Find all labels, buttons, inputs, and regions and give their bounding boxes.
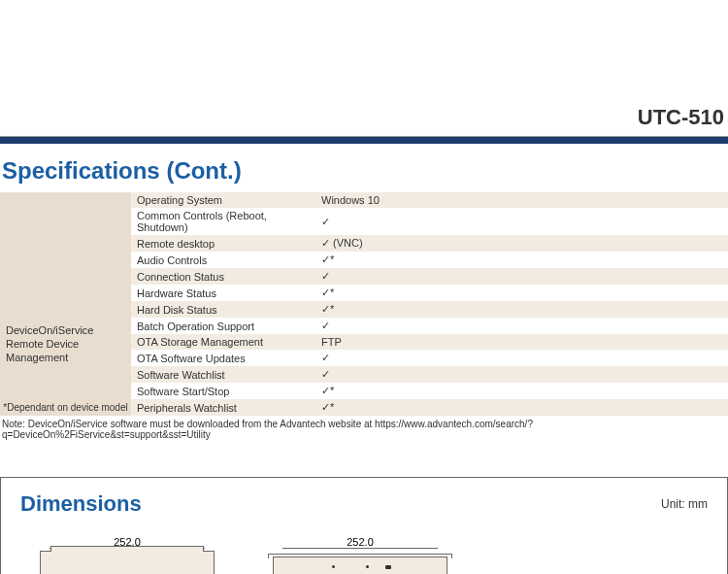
spec-label: Hard Disk Status [131, 301, 315, 318]
dimensions-unit: Unit: mm [661, 497, 708, 511]
dimensions-heading: Dimensions [20, 491, 142, 517]
spec-value: FTP [315, 334, 728, 350]
rear-view-drawing: 252.0 40.1 [273, 536, 447, 574]
spec-label: OTA Software Updates [131, 350, 315, 366]
dimensions-section: Dimensions Unit: mm 252.0 40.1 252.0 40.… [0, 477, 728, 574]
spec-value: Windows 10 [315, 192, 728, 208]
spec-label: Operating System [131, 192, 315, 208]
spec-label: Software Watchlist [131, 366, 315, 383]
spec-table: DeviceOn/iServiceRemote Device Managemen… [0, 192, 728, 416]
specs-heading: Specifications (Cont.) [0, 153, 728, 192]
group-cell: DeviceOn/iServiceRemote Device Managemen… [0, 192, 131, 416]
spec-value: ✓* [315, 383, 728, 399]
spec-label: Batch Operation Support [131, 318, 315, 334]
group-subtitle: Remote Device Management [6, 337, 125, 365]
table-footnote: Note: DeviceOn/iService software must be… [0, 416, 728, 443]
spec-value: ✓* [315, 301, 728, 318]
spec-label: Remote desktop [131, 235, 315, 252]
spec-value: ✓* [315, 285, 728, 301]
spec-value: ✓* [315, 252, 728, 268]
spec-value: ✓ [315, 350, 728, 366]
group-footnote: *Dependant on device model [0, 401, 131, 414]
spec-label: Hardware Status [131, 285, 315, 301]
spec-value: ✓ [315, 366, 728, 383]
spec-label: Audio Controls [131, 252, 315, 268]
spec-label: Common Controls (Reboot, Shutdown) [131, 208, 315, 235]
rear-width-label: 252.0 [282, 536, 438, 549]
spec-value: ✓ [315, 208, 728, 235]
spec-label: Software Start/Stop [131, 383, 315, 399]
table-row: DeviceOn/iServiceRemote Device Managemen… [0, 192, 728, 208]
product-title: UTC-510 [0, 97, 728, 136]
spec-value: ✓ [315, 318, 728, 334]
title-bar [0, 136, 728, 144]
group-title: DeviceOn/iService [6, 244, 125, 337]
spec-label: Peripherals Watchlist [131, 399, 315, 416]
spec-value: ✓ (VNC) [315, 235, 728, 252]
spec-value: ✓* [315, 399, 728, 416]
spec-label: Connection Status [131, 268, 315, 285]
front-view-drawing: 252.0 40.1 [40, 536, 215, 574]
spec-label: OTA Storage Management [131, 334, 315, 350]
spec-value: ✓ [315, 268, 728, 285]
